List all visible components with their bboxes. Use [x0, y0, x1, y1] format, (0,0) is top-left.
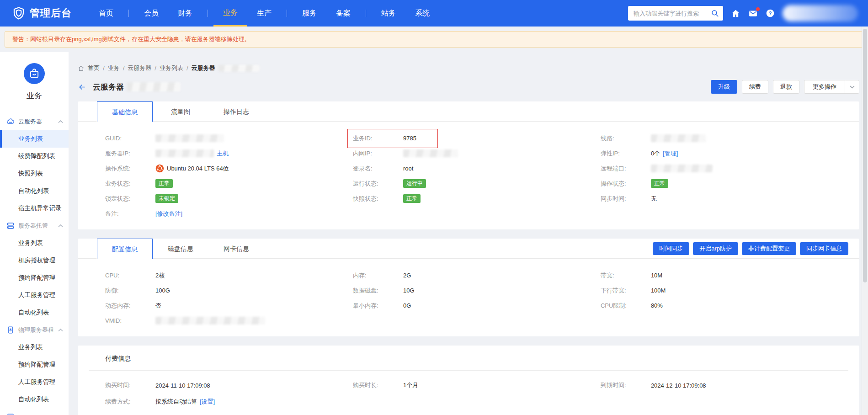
- breadcrumb-item-业务列表[interactable]: 业务列表: [160, 64, 183, 72]
- nav-item-站务[interactable]: 站务: [372, 0, 405, 27]
- nav-separator: [287, 10, 287, 17]
- nav-item-财务[interactable]: 财务: [168, 0, 202, 27]
- field-business-status: 业务状态:正常: [105, 176, 353, 191]
- tab-操作日志[interactable]: 操作日志: [208, 101, 264, 122]
- config-button-非计费配置变更[interactable]: 非计费配置变更: [742, 242, 796, 255]
- action-button-退款[interactable]: 退款: [773, 80, 799, 94]
- breadcrumb-item-云服务器[interactable]: 云服务器: [128, 64, 151, 72]
- info-column: 到期时间:2024-12-10 17:09:08: [601, 377, 848, 415]
- page-scrollbar[interactable]: [862, 27, 868, 415]
- security-warning-banner: 警告：网站根目录存在png,xsl,img测试文件，存在重大安全隐患，请在服务器…: [5, 31, 863, 48]
- dropdown-caret[interactable]: [845, 85, 859, 89]
- action-button-升级[interactable]: 升级: [711, 80, 737, 94]
- sidebar-item-自动化列表[interactable]: 自动化列表: [0, 391, 69, 408]
- field-downlink-bandwidth: 下行带宽:100M: [601, 283, 848, 298]
- config-info-card: 配置信息磁盘信息网卡信息 时间同步开启arp防护非计费配置变更同步网卡信息 CP…: [78, 239, 859, 336]
- sidebar-section-服务器托管[interactable]: 服务器托管: [0, 217, 69, 234]
- svg-text:?: ?: [769, 11, 772, 16]
- tab-网卡信息[interactable]: 网卡信息: [208, 239, 264, 259]
- search-icon[interactable]: [711, 9, 719, 17]
- field-label: 弹性IP:: [601, 149, 651, 158]
- building-icon: [6, 326, 15, 334]
- field-label: 运行状态:: [353, 180, 403, 188]
- config-button-开启arp防护[interactable]: 开启arp防护: [693, 242, 738, 255]
- sidebar-item-人工服务管理[interactable]: 人工服务管理: [0, 287, 69, 304]
- tab-基础信息[interactable]: 基础信息: [97, 101, 153, 122]
- sidebar-item-续费降配列表[interactable]: 续费降配列表: [0, 148, 69, 165]
- field-memory: 内存:2G: [353, 268, 601, 283]
- section-label: 服务器托管: [18, 222, 54, 230]
- search-input[interactable]: [634, 10, 711, 17]
- sidebar-item-业务列表[interactable]: 业务列表: [0, 339, 69, 356]
- mail-icon[interactable]: [748, 9, 758, 18]
- help-icon[interactable]: ?: [766, 9, 775, 18]
- action-button-更多操作[interactable]: 更多操作: [804, 80, 859, 94]
- page-title-row: 云服务器 升级续费退款更多操作: [78, 80, 859, 94]
- sidebar-section-云服务器[interactable]: 云服务器: [0, 113, 69, 130]
- breadcrumb-item-首页[interactable]: 首页: [88, 64, 100, 72]
- link-renew-method[interactable]: [设置]: [200, 398, 215, 406]
- sidebar-item-快照列表[interactable]: 快照列表: [0, 165, 69, 182]
- tab-磁盘信息[interactable]: 磁盘信息: [153, 239, 208, 259]
- field-value: 无: [651, 195, 657, 203]
- sidebar-item-人工服务管理[interactable]: 人工服务管理: [0, 373, 69, 391]
- field-value: 100G: [155, 287, 170, 294]
- nav-item-备案[interactable]: 备案: [326, 0, 360, 27]
- field-label: 锁定状态:: [105, 195, 155, 203]
- sidebar-item-宿主机异常记录[interactable]: 宿主机异常记录: [0, 200, 69, 217]
- sidebar-section-truncated[interactable]: [0, 408, 69, 415]
- sidebar-item-自动化列表[interactable]: 自动化列表: [0, 304, 69, 321]
- home-icon[interactable]: [731, 9, 740, 18]
- basic-tabs: 基础信息流量图操作日志: [97, 101, 264, 122]
- breadcrumb: 首页/业务/云服务器/业务列表/云服务器: [78, 64, 859, 72]
- nav-separator: [366, 10, 366, 17]
- field-pay-remark: 备注:: [105, 410, 353, 415]
- sidebar-item-业务列表[interactable]: 业务列表: [0, 234, 69, 252]
- field-purchase-duration: 购买时长:1个月: [353, 377, 601, 394]
- nav-item-会员[interactable]: 会员: [134, 0, 168, 27]
- config-button-同步网卡信息[interactable]: 同步网卡信息: [800, 242, 848, 255]
- redacted-value: [155, 149, 214, 157]
- field-label: 备注:: [105, 210, 155, 218]
- link-remark[interactable]: [修改备注]: [155, 210, 182, 218]
- avatar[interactable]: [783, 5, 858, 21]
- field-label: 最小内存:: [353, 302, 403, 310]
- field-value: 100M: [651, 287, 666, 294]
- back-button[interactable]: [78, 83, 86, 91]
- info-column: GUID:服务器IP:主机操作系统:Ubuntu 20.04 LTS 64位业务…: [105, 131, 353, 221]
- action-button-续费[interactable]: 续费: [742, 80, 768, 94]
- nav-item-业务[interactable]: 业务: [213, 0, 247, 27]
- basic-info-grid: GUID:服务器IP:主机操作系统:Ubuntu 20.04 LTS 64位业务…: [78, 122, 859, 229]
- breadcrumb-separator: /: [154, 65, 156, 72]
- link-server-ip[interactable]: 主机: [217, 149, 229, 158]
- app-logo[interactable]: 管理后台: [12, 6, 72, 20]
- payment-info-card: 付费信息 购买时间:2024-11-10 17:09:08续费方式:按系统自动结…: [78, 346, 859, 415]
- scrollbar-thumb[interactable]: [863, 29, 867, 282]
- sidebar-item-自动化列表[interactable]: 自动化列表: [0, 182, 69, 200]
- nav-item-生产[interactable]: 生产: [247, 0, 281, 27]
- tab-配置信息[interactable]: 配置信息: [97, 239, 153, 259]
- sidebar-item-预约降配管理[interactable]: 预约降配管理: [0, 269, 69, 287]
- field-label: 服务器IP:: [105, 149, 155, 158]
- field-value: 0个[管理]: [651, 149, 678, 158]
- nav-item-首页[interactable]: 首页: [89, 0, 123, 27]
- page-title-redacted: [127, 82, 181, 91]
- breadcrumb-item-业务[interactable]: 业务: [108, 64, 120, 72]
- sidebar-item-业务列表[interactable]: 业务列表: [0, 130, 69, 148]
- sidebar-section-物理服务器租用[interactable]: 物理服务器租用: [0, 321, 69, 339]
- nav-search[interactable]: [628, 6, 723, 21]
- nav-item-服务[interactable]: 服务: [293, 0, 326, 27]
- tab-流量图[interactable]: 流量图: [153, 101, 208, 122]
- field-label: 远程端口:: [601, 165, 651, 173]
- field-run-status: 运行状态:运行中: [353, 176, 601, 191]
- app-logo-text: 管理后台: [30, 6, 72, 20]
- config-button-时间同步[interactable]: 时间同步: [653, 242, 689, 255]
- link-elastic-ip[interactable]: [管理]: [663, 149, 678, 158]
- business-module-icon[interactable]: [24, 63, 45, 84]
- field-label: 购买时长:: [353, 381, 403, 389]
- field-value: 按系统自动结算[设置]: [155, 398, 215, 406]
- sidebar-item-预约降配管理[interactable]: 预约降配管理: [0, 356, 69, 373]
- field-value: Ubuntu 20.04 LTS 64位: [155, 164, 229, 173]
- nav-item-系统[interactable]: 系统: [405, 0, 439, 27]
- sidebar-item-机房授权管理[interactable]: 机房授权管理: [0, 252, 69, 269]
